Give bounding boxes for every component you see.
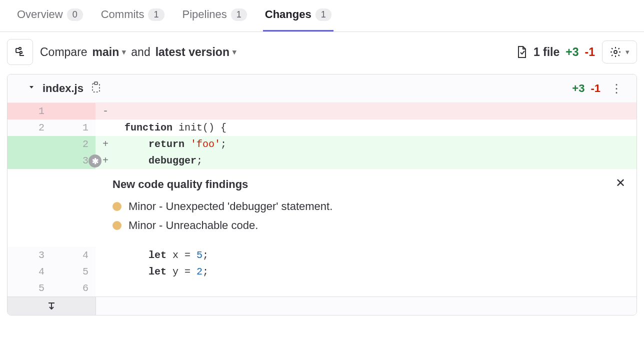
- new-line-number[interactable]: 6: [52, 280, 96, 296]
- copy-path-button[interactable]: [90, 82, 102, 96]
- svg-rect-4: [94, 82, 98, 84]
- file-additions: +3: [572, 82, 584, 95]
- chevron-down-icon: ▾: [626, 48, 630, 56]
- old-line-number[interactable]: [8, 136, 52, 152]
- diff-line: 3+✱ debugger;: [8, 152, 636, 169]
- file-actions-menu[interactable]: ⋮: [606, 82, 626, 96]
- tab-badge: 1: [316, 8, 332, 21]
- additions-count: +3: [566, 46, 578, 59]
- collapse-file-icon[interactable]: [28, 84, 36, 94]
- tab-overview[interactable]: Overview 0: [15, 8, 85, 32]
- diff-sign: [96, 264, 116, 280]
- expand-down-icon: [46, 301, 56, 311]
- file-header: index.js +3 -1 ⋮: [8, 74, 636, 103]
- code-quality-marker-icon[interactable]: ✱: [88, 154, 102, 168]
- file-name: index.js: [42, 82, 84, 95]
- tab-label: Overview: [17, 8, 63, 21]
- file-tree-toggle-button[interactable]: [7, 39, 33, 65]
- code-content: [116, 280, 636, 296]
- compare-selector: Compare main ▾ and latest version ▾: [40, 46, 236, 59]
- old-line-number[interactable]: 5: [8, 280, 52, 296]
- diff-toolbar: Compare main ▾ and latest version ▾ 1 fi…: [0, 32, 644, 72]
- diff-panel: index.js +3 -1 ⋮ 1-21function init() {2+…: [7, 74, 637, 316]
- tab-badge: 0: [67, 8, 83, 21]
- old-line-number[interactable]: [8, 152, 52, 169]
- old-line-number[interactable]: 1: [8, 103, 52, 120]
- old-line-number[interactable]: 2: [8, 120, 52, 136]
- diff-settings-button[interactable]: ▾: [602, 40, 637, 64]
- code-content: let x = 5;: [116, 247, 636, 264]
- diff-sign: +✱: [96, 152, 116, 169]
- code-content: let y = 2;: [116, 264, 636, 280]
- file-icon: [516, 46, 528, 58]
- finding-text: Minor - Unexpected 'debugger' statement.: [128, 200, 332, 213]
- diff-line: 56: [8, 280, 636, 296]
- compare-target-value: latest version: [156, 46, 230, 59]
- diff-line: 2+ return 'foo';: [8, 136, 636, 152]
- diff-sign: [96, 280, 116, 296]
- compare-base-value: main: [92, 46, 120, 59]
- diff-line: 45 let y = 2;: [8, 264, 636, 280]
- chevron-down-icon: ▾: [122, 48, 126, 56]
- diff-table: 1-21function init() {2+ return 'foo';3+✱…: [8, 103, 636, 169]
- diff-summary: 1 file +3 -1: [516, 46, 595, 59]
- diff-table: 34 let x = 5;45 let y = 2;56: [8, 247, 636, 296]
- deletions-count: -1: [585, 46, 595, 59]
- code-content: debugger;: [116, 152, 636, 169]
- severity-dot-icon: [112, 221, 122, 230]
- tab-badge: 1: [231, 8, 247, 21]
- finding-item: Minor - Unreachable code.: [112, 216, 624, 235]
- tab-changes[interactable]: Changes 1: [263, 8, 334, 32]
- diff-sign: -: [96, 103, 116, 120]
- tabs-bar: Overview 0 Commits 1 Pipelines 1 Changes…: [0, 0, 644, 32]
- new-line-number[interactable]: [52, 103, 96, 120]
- code-content: [116, 103, 636, 120]
- diff-sign: [96, 247, 116, 264]
- code-content: return 'foo';: [116, 136, 636, 152]
- tab-badge: 1: [148, 8, 164, 21]
- new-line-number[interactable]: 5: [52, 264, 96, 280]
- severity-dot-icon: [112, 202, 122, 211]
- new-line-number[interactable]: 1: [52, 120, 96, 136]
- findings-title: New code quality findings: [112, 178, 624, 191]
- diff-line: 1-: [8, 103, 636, 120]
- file-deletions: -1: [590, 82, 600, 95]
- old-line-number[interactable]: 4: [8, 264, 52, 280]
- code-quality-findings: ✕ New code quality findings Minor - Unex…: [8, 169, 636, 247]
- diff-line: 34 let x = 5;: [8, 247, 636, 264]
- svg-point-2: [614, 50, 617, 54]
- compare-and: and: [131, 46, 150, 59]
- tab-pipelines[interactable]: Pipelines 1: [180, 8, 249, 32]
- chevron-down-icon: ▾: [232, 48, 236, 56]
- compare-target-dropdown[interactable]: latest version ▾: [156, 46, 236, 59]
- compare-label: Compare: [40, 46, 88, 59]
- close-findings-button[interactable]: ✕: [616, 176, 626, 190]
- tab-label: Pipelines: [182, 8, 227, 21]
- expand-down-button[interactable]: [8, 297, 96, 315]
- old-line-number[interactable]: 3: [8, 247, 52, 264]
- tab-label: Commits: [101, 8, 144, 21]
- diff-sign: +: [96, 136, 116, 152]
- new-line-number[interactable]: 4: [52, 247, 96, 264]
- diff-line: 21function init() {: [8, 120, 636, 136]
- diff-sign: [96, 120, 116, 136]
- file-tree-icon: [14, 46, 26, 58]
- compare-base-dropdown[interactable]: main ▾: [92, 46, 126, 59]
- files-count: 1 file: [534, 46, 560, 59]
- finding-item: Minor - Unexpected 'debugger' statement.: [112, 197, 624, 216]
- gear-icon: [610, 46, 622, 58]
- new-line-number[interactable]: 2: [52, 136, 96, 152]
- code-content: function init() {: [116, 120, 636, 136]
- expand-context-row: [8, 296, 636, 315]
- svg-rect-1: [20, 52, 22, 54]
- finding-text: Minor - Unreachable code.: [128, 219, 258, 232]
- tab-label: Changes: [265, 8, 312, 21]
- tab-commits[interactable]: Commits 1: [99, 8, 166, 32]
- svg-rect-0: [19, 48, 21, 50]
- clipboard-icon: [90, 82, 102, 94]
